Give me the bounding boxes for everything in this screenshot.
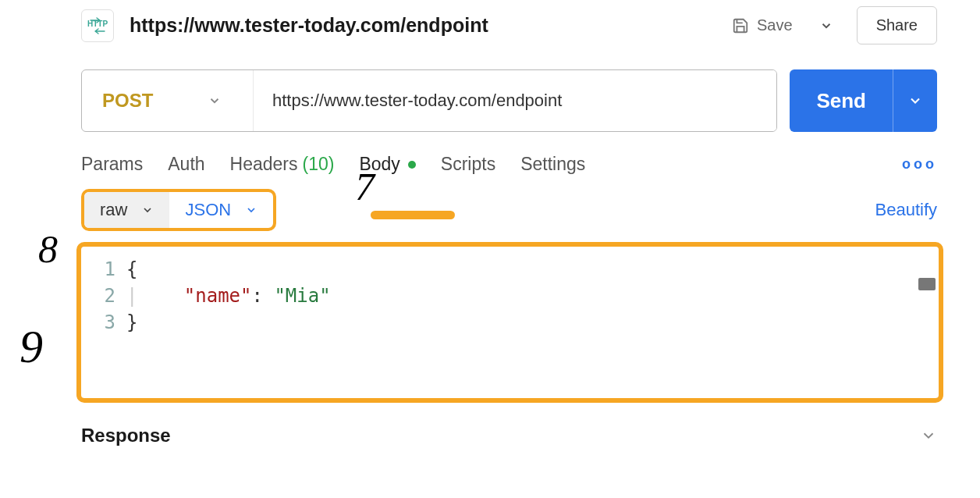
tab-params[interactable]: Params [81,154,143,175]
save-label: Save [757,16,793,34]
body-sub-row: raw JSON Beautify [81,189,937,231]
send-button[interactable]: Send [790,69,893,132]
line-number: 2 [83,283,115,309]
line-number: 3 [83,309,115,336]
body-mode-raw[interactable]: raw [84,192,169,228]
code-value: "Mia" [274,285,330,307]
chevron-down-icon [245,204,257,216]
request-tabs: Params Auth Headers (10) Body Scripts Se… [81,154,937,175]
save-dropdown[interactable] [811,12,841,39]
body-format-json[interactable]: JSON [169,192,273,228]
body-mode-group: raw JSON [81,189,276,231]
method-value: POST [102,90,153,112]
tab-body-label: Body [359,154,399,175]
code-brace-open: { [126,258,137,280]
tab-headers-label: Headers [230,154,298,175]
chevron-down-icon [920,427,937,444]
response-section-header[interactable]: Response [81,425,937,446]
send-button-group: Send [790,69,937,132]
share-button[interactable]: Share [857,6,937,44]
scrollbar-thumb[interactable] [918,278,936,290]
send-label: Send [816,89,866,113]
tab-headers-count: (10) [303,154,335,175]
code-key: "name" [184,285,252,307]
method-url-group: POST [81,69,777,132]
code-colon: : [252,285,275,307]
header-row: HTTP https://www.tester-today.com/endpoi… [81,6,937,44]
tab-body[interactable]: Body [359,154,415,175]
tab-settings-label: Settings [520,154,585,175]
http-icon: HTTP [81,9,114,42]
url-input[interactable] [254,70,776,131]
send-dropdown[interactable] [893,69,937,132]
code-brace-close: } [126,311,137,333]
line-numbers: 1 2 3 [83,248,126,397]
raw-label: raw [100,200,127,220]
request-row: POST Send [81,69,937,132]
share-label: Share [876,16,918,34]
beautify-button[interactable]: Beautify [875,200,938,220]
json-label: JSON [185,200,231,220]
code-text: { | "name": "Mia" } [126,248,331,397]
more-button[interactable]: ooo [902,156,937,173]
line-number: 1 [83,256,115,283]
chevron-down-icon [141,204,154,216]
method-select[interactable]: POST [82,70,254,131]
response-label: Response [81,425,171,446]
tab-headers[interactable]: Headers (10) [230,154,335,175]
tab-auth[interactable]: Auth [168,154,204,175]
active-dot-icon [408,161,416,169]
tab-settings[interactable]: Settings [520,154,585,175]
tab-auth-label: Auth [168,154,204,175]
tab-params-label: Params [81,154,143,175]
editor-highlight: 1 2 3 { | "name": "Mia" } [76,242,943,403]
endpoint-title[interactable]: https://www.tester-today.com/endpoint [130,14,713,37]
save-button[interactable]: Save [729,9,796,42]
chevron-down-icon [208,94,222,108]
tab-scripts-label: Scripts [441,154,495,175]
code-editor[interactable]: 1 2 3 { | "name": "Mia" } [83,248,937,397]
tab-scripts[interactable]: Scripts [441,154,495,175]
